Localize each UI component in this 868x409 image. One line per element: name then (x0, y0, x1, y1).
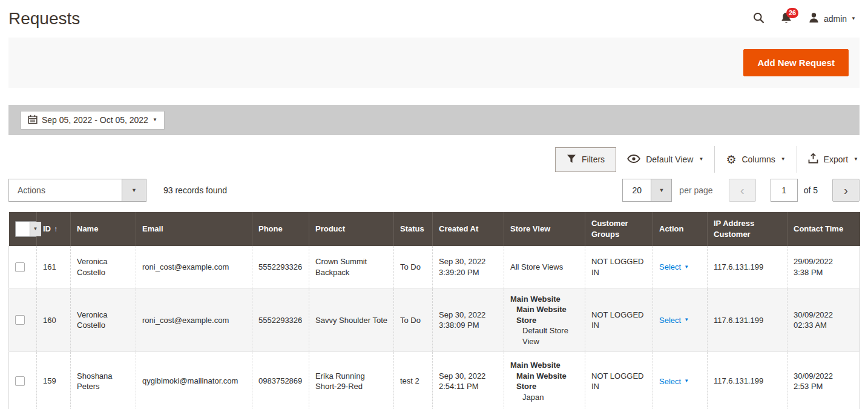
page-title: Requests (8, 9, 80, 28)
actions-select[interactable]: Actions ▼ (8, 179, 146, 202)
row-select-action[interactable]: Select▼ (659, 377, 689, 386)
cell-product: Erika Running Short-29-Red (309, 352, 394, 409)
page-header: Requests 26 admin ▼ (8, 0, 860, 38)
row-checkbox[interactable] (15, 315, 25, 325)
chevron-down-icon: ▼ (853, 157, 858, 162)
column-header-id[interactable]: ID↑ (37, 212, 71, 246)
chevron-down-icon: ▼ (684, 379, 689, 384)
cell-created-at: Sep 30, 20222:54:11 PM (433, 352, 504, 409)
chevron-down-icon: ▼ (30, 222, 41, 236)
column-header-product[interactable]: Product (309, 212, 394, 246)
cell-store-view: All Store Views (504, 246, 585, 288)
row-select-cell (9, 352, 37, 409)
column-header-phone[interactable]: Phone (252, 212, 309, 246)
filters-button[interactable]: Filters (555, 147, 616, 172)
cell-ip-address: 117.6.131.199 (708, 352, 787, 409)
column-header-store-view[interactable]: Store View (504, 212, 585, 246)
per-page-value: 20 (623, 179, 651, 201)
chevron-down-icon: ▼ (781, 157, 786, 162)
user-icon (808, 12, 820, 25)
chevron-down-icon: ▼ (153, 118, 157, 122)
column-header-action[interactable]: Action (653, 212, 708, 246)
columns-button[interactable]: ⚙ Columns ▼ (726, 154, 785, 165)
notifications-badge: 26 (786, 8, 798, 18)
cell-customer-groups: NOT LOGGED IN (585, 352, 653, 409)
grid-header: ▼ ID↑NameEmailPhoneProductStatusCreated … (9, 212, 860, 246)
cell-email: qygibimoki@mailinator.com (136, 352, 252, 409)
view-selector-label: Default View (646, 155, 693, 164)
row-checkbox[interactable] (15, 262, 25, 272)
filters-label: Filters (582, 155, 605, 164)
column-header-contact-time[interactable]: Contact Time (787, 212, 860, 246)
cell-id: 160 (37, 288, 71, 352)
table-row: 161 Veronica Costello roni_cost@example.… (9, 246, 860, 288)
cell-contact-time: 30/09/20222:53 PM (787, 352, 860, 409)
cell-status: To Do (394, 288, 433, 352)
select-all-dropdown[interactable]: ▼ (15, 221, 42, 237)
toolbar-divider (714, 146, 715, 173)
row-select-action[interactable]: Select▼ (659, 316, 689, 325)
records-found-label: 93 records found (163, 185, 227, 195)
column-header-email[interactable]: Email (136, 212, 252, 246)
toolbar-divider (797, 146, 797, 173)
requests-page: Requests 26 admin ▼ Add (0, 0, 868, 409)
total-pages-label: of 5 (804, 185, 818, 195)
per-page-select[interactable]: 20 ▼ (622, 179, 672, 202)
cell-product: Crown Summit Backpack (309, 246, 394, 288)
cell-status: test 2 (394, 352, 433, 409)
export-icon (808, 153, 818, 165)
previous-page-button[interactable]: ‹ (729, 179, 756, 202)
chevron-down-icon: ▼ (699, 157, 703, 162)
cell-ip-address: 117.6.131.199 (708, 288, 787, 352)
search-icon (753, 12, 764, 25)
cell-name: Veronica Costello (71, 288, 136, 352)
date-range-bar: Sep 05, 2022 - Oct 05, 2022 ▼ (8, 105, 860, 135)
row-checkbox[interactable] (15, 376, 25, 386)
table-row: 160 Veronica Costello roni_cost@example.… (9, 288, 860, 352)
cell-store-view: Main WebsiteMain Website StoreDefault St… (504, 288, 585, 352)
cell-email: roni_cost@example.com (136, 288, 252, 352)
date-range-button[interactable]: Sep 05, 2022 - Oct 05, 2022 ▼ (21, 111, 165, 130)
admin-label: admin (824, 14, 847, 24)
search-button[interactable] (753, 12, 764, 25)
cell-status: To Do (394, 246, 433, 288)
cell-store-view: Main WebsiteMain Website StoreJapan (504, 352, 585, 409)
notifications-button[interactable]: 26 (780, 12, 792, 26)
cell-created-at: Sep 30, 20223:39:20 PM (433, 246, 504, 288)
chevron-down-icon: ▼ (122, 179, 146, 201)
cell-contact-time: 30/09/202202:33 AM (787, 288, 860, 352)
cell-id: 161 (37, 246, 71, 288)
cell-ip-address: 117.6.131.199 (708, 246, 787, 288)
column-header-customer-groups[interactable]: Customer Groups (585, 212, 653, 246)
eye-icon (627, 154, 640, 165)
grid-controls: Actions ▼ 93 records found 20 ▼ per page… (8, 178, 860, 203)
column-header-status[interactable]: Status (394, 212, 433, 246)
export-button[interactable]: Export ▼ (808, 153, 858, 165)
date-range-label: Sep 05, 2022 - Oct 05, 2022 (42, 115, 148, 125)
export-label: Export (824, 155, 848, 164)
next-page-button[interactable]: › (832, 179, 860, 202)
add-new-request-button[interactable]: Add New Request (743, 49, 849, 76)
page-actions-band: Add New Request (8, 38, 860, 88)
cell-phone: 5552293326 (252, 288, 309, 352)
chevron-down-icon: ▼ (851, 16, 856, 21)
per-page-label: per page (679, 185, 712, 195)
cell-customer-groups: NOT LOGGED IN (585, 288, 653, 352)
cell-contact-time: 29/09/20223:38 PM (787, 246, 860, 288)
admin-menu-button[interactable]: admin ▼ (808, 12, 856, 25)
column-header-name[interactable]: Name (71, 212, 136, 246)
view-selector-button[interactable]: Default View ▼ (627, 154, 703, 165)
cell-phone: 5552293326 (252, 246, 309, 288)
select-all-header-cell: ▼ (9, 212, 37, 246)
current-page-input[interactable] (771, 179, 798, 202)
select-all-checkbox[interactable] (16, 222, 30, 236)
cell-customer-groups: NOT LOGGED IN (585, 246, 653, 288)
cell-email: roni_cost@example.com (136, 246, 252, 288)
row-select-action[interactable]: Select▼ (659, 262, 689, 271)
actions-select-label: Actions (9, 179, 122, 201)
columns-label: Columns (741, 155, 775, 164)
column-header-ip-address-customer[interactable]: IP Address Customer (708, 212, 787, 246)
grid-body: 161 Veronica Costello roni_cost@example.… (9, 246, 860, 409)
cell-product: Savvy Shoulder Tote (309, 288, 394, 352)
column-header-created-at[interactable]: Created At (433, 212, 504, 246)
